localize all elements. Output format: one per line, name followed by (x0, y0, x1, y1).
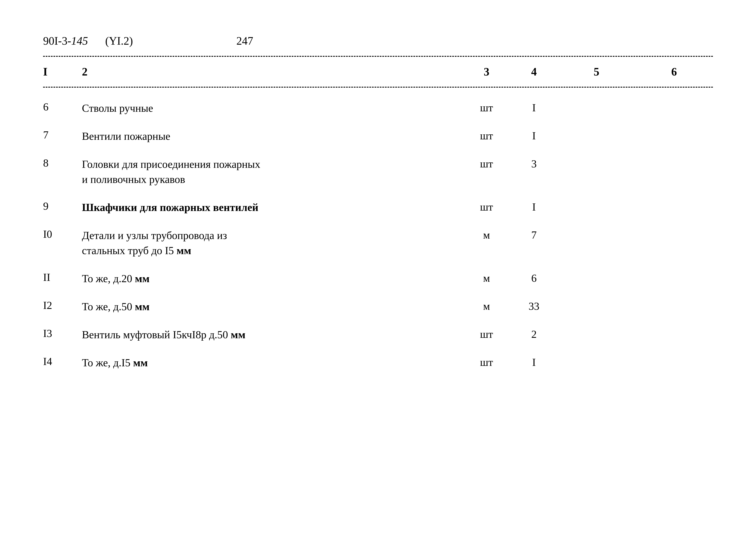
table-row: 9 Шкафчики для пожарных вентилей шт I (43, 193, 713, 221)
row-num: I2 (43, 299, 82, 312)
row-unit: шт (463, 156, 510, 170)
row-qty: 33 (510, 299, 558, 312)
row-desc: То же, д.20 мм (82, 271, 463, 286)
row-qty: I (510, 100, 558, 114)
row-desc: Детали и узлы трубопровода из стальных т… (82, 228, 463, 258)
row-num: 6 (43, 100, 82, 113)
table-row: II То же, д.20 мм м 6 (43, 265, 713, 293)
row-unit: м (463, 299, 510, 312)
row-num: 8 (43, 156, 82, 169)
doc-num-suffix: 145 (71, 35, 88, 47)
row-qty: 6 (510, 271, 558, 284)
table-row: I3 Вентиль муфтовый I5кчI8р д.50 мм шт 2 (43, 321, 713, 349)
col-header-3: 3 (463, 65, 510, 78)
row-desc: Вентили пожарные (82, 128, 463, 144)
row-unit: м (463, 271, 510, 284)
col-header-1: I (43, 65, 82, 78)
doc-num-prefix: 90I-3- (43, 35, 71, 47)
page: 90I-3-145 (YI.2) 247 I 2 3 4 5 6 6 Ствол… (0, 0, 756, 535)
row-desc: То же, д.I5 мм (82, 355, 463, 370)
table-row: I0 Детали и узлы трубопровода из стальны… (43, 221, 713, 265)
col-header-6: 6 (635, 65, 713, 78)
row-qty: I (510, 200, 558, 213)
row-unit: шт (463, 100, 510, 114)
row-num: I3 (43, 327, 82, 340)
row-num: II (43, 271, 82, 283)
row-num: I4 (43, 355, 82, 368)
row-num: 7 (43, 128, 82, 141)
table-row: 6 Стволы ручные шт I (43, 94, 713, 122)
row-desc: Шкафчики для пожарных вентилей (82, 200, 463, 215)
page-number: 247 (236, 35, 253, 47)
row-qty: 7 (510, 228, 558, 241)
col-header-5: 5 (558, 65, 635, 78)
header: 90I-3-145 (YI.2) 247 (43, 35, 713, 47)
row-num: 9 (43, 200, 82, 212)
row-desc: То же, д.50 мм (82, 299, 463, 314)
row-desc: Стволы ручные (82, 100, 463, 116)
table-row: I2 То же, д.50 мм м 33 (43, 293, 713, 321)
row-qty: 3 (510, 156, 558, 170)
table-row: 8 Головки для присоединения пожарных и п… (43, 150, 713, 193)
row-unit: шт (463, 200, 510, 213)
row-unit: шт (463, 128, 510, 142)
header-separator (43, 87, 713, 88)
table-row: 7 Вентили пожарные шт I (43, 122, 713, 150)
col-header-4: 4 (510, 65, 558, 78)
row-unit: м (463, 228, 510, 241)
row-desc: Вентиль муфтовый I5кчI8р д.50 мм (82, 327, 463, 342)
row-qty: I (510, 128, 558, 142)
row-unit: шт (463, 327, 510, 340)
row-qty: I (510, 355, 558, 368)
row-num: I0 (43, 228, 82, 240)
row-unit: шт (463, 355, 510, 368)
row-desc: Головки для присоединения пожарных и пол… (82, 156, 463, 187)
doc-number: 90I-3-145 (43, 35, 88, 47)
top-separator (43, 56, 713, 57)
row-qty: 2 (510, 327, 558, 340)
column-headers: I 2 3 4 5 6 (43, 63, 713, 80)
table-row: I4 То же, д.I5 мм шт I (43, 349, 713, 377)
table-body: 6 Стволы ручные шт I 7 Вентили пожарные … (43, 94, 713, 377)
section: (YI.2) (105, 35, 133, 47)
col-header-2: 2 (82, 65, 463, 78)
